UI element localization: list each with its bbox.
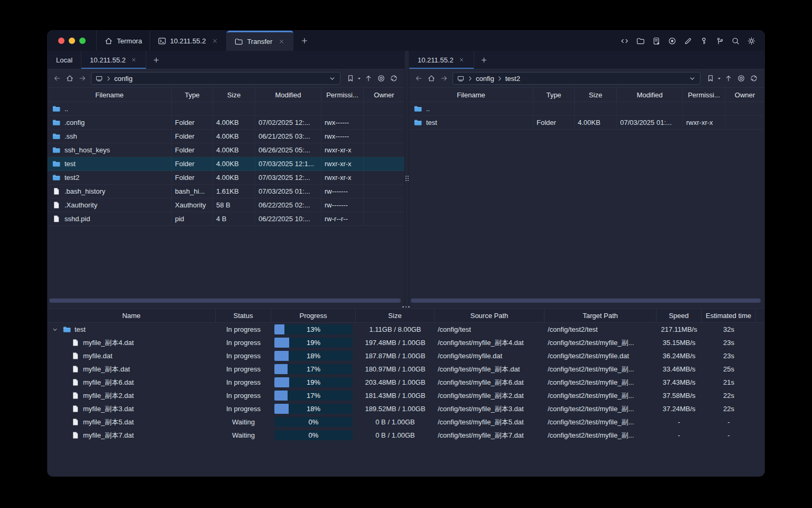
left-home-button[interactable] <box>63 72 76 85</box>
search-button[interactable] <box>728 34 742 48</box>
new-tab-button[interactable] <box>293 31 316 51</box>
column-header-modified[interactable]: Modified <box>617 88 683 102</box>
transfer-row[interactable]: myfile_副本3.datIn progress18%189.52MB / 1… <box>48 402 764 415</box>
document-button[interactable] <box>649 34 663 48</box>
folder-button[interactable] <box>633 34 647 48</box>
maximize-window-button[interactable] <box>79 38 86 44</box>
column-header-size[interactable]: Size <box>213 88 255 102</box>
left-bookmark-button[interactable] <box>344 72 357 85</box>
column-header-modified[interactable]: Modified <box>255 88 321 102</box>
file-row[interactable]: testFolder4.00KB07/03/2025 12:1...rwxr-x… <box>48 157 404 171</box>
left-back-button[interactable] <box>51 72 63 85</box>
file-row[interactable]: testFolder4.00KB07/03/2025 01:...rwxr-xr… <box>409 116 764 130</box>
expand-chevron-icon[interactable] <box>51 325 59 334</box>
right-horizontal-scrollbar[interactable] <box>411 298 761 303</box>
right-show-hidden-button[interactable] <box>735 72 748 85</box>
file-row[interactable]: .. <box>409 102 764 116</box>
app-tab-10-211-55-2[interactable]: 10.211.55.2 <box>150 31 227 51</box>
transfer-name-cell: myfile_副本5.dat <box>48 415 216 429</box>
right-parent-dir-button[interactable] <box>722 72 735 85</box>
file-row[interactable]: .configFolder4.00KB07/02/2025 12:...rwx-… <box>48 116 404 130</box>
left-bookmark-dropdown[interactable] <box>357 75 362 82</box>
path-dropdown-icon[interactable] <box>688 75 696 83</box>
code-button[interactable] <box>617 34 631 48</box>
column-header-size[interactable]: Size <box>575 88 617 102</box>
key-button[interactable] <box>697 34 710 48</box>
right-forward-button[interactable] <box>438 72 450 85</box>
column-header-type[interactable]: Type <box>533 88 575 102</box>
column-header-filename[interactable]: Filename <box>48 88 172 102</box>
file-row[interactable]: sshd.pidpid4 B06/22/2025 10:...rw-r--r-- <box>48 212 404 226</box>
left-forward-button[interactable] <box>76 72 89 85</box>
left-parent-dir-button[interactable] <box>362 72 375 85</box>
file-row[interactable]: .. <box>48 102 404 116</box>
right-path-field[interactable]: configtest2 <box>453 72 700 85</box>
record-button[interactable] <box>665 34 679 48</box>
transfer-column-header-name[interactable]: Name <box>48 309 216 322</box>
transfer-column-header-status[interactable]: Status <box>216 309 271 322</box>
transfer-row[interactable]: myfile_副本2.datIn progress17%181.43MB / 1… <box>48 389 764 402</box>
transfer-row[interactable]: testIn progress13%1.11GB / 8.00GB/config… <box>48 323 764 336</box>
column-header-owner[interactable]: Owner <box>364 88 404 102</box>
file-row[interactable]: .bash_historybash_hi...1.61KB07/03/2025 … <box>48 185 404 198</box>
file-row[interactable]: .XauthorityXauthority58 B06/22/2025 02:.… <box>48 198 404 212</box>
breadcrumb-segment[interactable]: test2 <box>505 75 520 83</box>
transfer-row[interactable]: myfile_副本.datIn progress17%180.97MB / 1.… <box>48 362 764 376</box>
breadcrumb-segment[interactable]: config <box>114 75 133 83</box>
breadcrumb-segment[interactable]: config <box>476 75 494 83</box>
app-tab-transfer[interactable]: Transfer <box>227 31 293 51</box>
transfer-row[interactable]: myfile_副本4.datIn progress19%197.48MB / 1… <box>48 336 764 349</box>
transfer-row-gutter <box>756 376 764 389</box>
right-refresh-button[interactable] <box>748 72 760 85</box>
left-panel-new-tab-button[interactable] <box>146 51 167 69</box>
close-tab-icon[interactable] <box>458 56 465 64</box>
left-panel-tab-local[interactable]: Local <box>48 51 81 69</box>
close-tab-icon[interactable] <box>278 38 285 46</box>
close-tab-icon[interactable] <box>211 37 219 45</box>
minimize-window-button[interactable] <box>69 38 75 44</box>
pencil-icon <box>684 37 693 46</box>
right-panel-new-tab-button[interactable] <box>474 51 494 69</box>
transfer-column-header-estimated-time[interactable]: Estimated time <box>702 309 756 322</box>
column-header-permissi[interactable]: Permissi... <box>683 88 725 102</box>
branch-button[interactable] <box>713 34 726 48</box>
path-dropdown-icon[interactable] <box>328 75 336 83</box>
transfer-row[interactable]: myfile_副本5.datWaiting0%0 B / 1.00GB/conf… <box>48 415 764 429</box>
right-panel-tab-10-211-55-2[interactable]: 10.211.55.2 <box>409 51 474 69</box>
transfer-name-cell: myfile_副本2.dat <box>48 389 216 402</box>
pencil-button[interactable] <box>681 34 695 48</box>
right-back-button[interactable] <box>412 72 425 85</box>
close-window-button[interactable] <box>58 38 64 44</box>
file-row[interactable]: ssh_host_keysFolder4.00KB06/26/2025 05:.… <box>48 143 404 157</box>
transfer-column-header-target-path[interactable]: Target Path <box>545 309 657 322</box>
column-header-filename[interactable]: Filename <box>409 88 533 102</box>
left-refresh-button[interactable] <box>387 72 400 85</box>
column-header-permissi[interactable]: Permissi... <box>321 88 364 102</box>
file-row[interactable]: test2Folder4.00KB07/03/2025 12:...rwxr-x… <box>48 171 404 185</box>
transfer-row[interactable]: myfile_副本7.datWaiting0%0 B / 1.00GB/conf… <box>48 429 764 442</box>
transfer-progress-cell: 19% <box>271 376 356 389</box>
transfer-column-header-progress[interactable]: Progress <box>271 309 356 322</box>
transfer-row[interactable]: myfile_副本6.datIn progress19%203.48MB / 1… <box>48 376 764 389</box>
right-bookmark-button[interactable] <box>704 72 717 85</box>
left-panel-tab-10-211-55-2[interactable]: 10.211.55.2 <box>81 51 146 69</box>
app-window: Termora10.211.55.2Transfer Local10.211.5… <box>48 31 764 476</box>
column-header-owner[interactable]: Owner <box>725 88 764 102</box>
app-tab-termora[interactable]: Termora <box>96 31 150 51</box>
column-header-type[interactable]: Type <box>172 88 213 102</box>
file-row[interactable]: .sshFolder4.00KB06/21/2025 03:...rwx----… <box>48 130 404 143</box>
left-path-field[interactable]: config <box>91 72 340 85</box>
size-cell: 4.00KB <box>575 116 617 129</box>
left-show-hidden-button[interactable] <box>375 72 387 85</box>
left-horizontal-scrollbar[interactable] <box>49 298 401 303</box>
right-home-button[interactable] <box>425 72 438 85</box>
transfer-column-header-size[interactable]: Size <box>356 309 435 322</box>
transfer-column-header-source-path[interactable]: Source Path <box>435 309 545 322</box>
right-bookmark-dropdown[interactable] <box>717 75 722 82</box>
gear-button[interactable] <box>744 34 758 48</box>
vertical-splitter[interactable] <box>404 51 409 305</box>
close-tab-icon[interactable] <box>130 56 137 64</box>
type-cell: Folder <box>172 130 213 143</box>
transfer-row[interactable]: myfile.datIn progress18%187.87MB / 1.00G… <box>48 349 764 362</box>
transfer-column-header-speed[interactable]: Speed <box>657 309 702 322</box>
